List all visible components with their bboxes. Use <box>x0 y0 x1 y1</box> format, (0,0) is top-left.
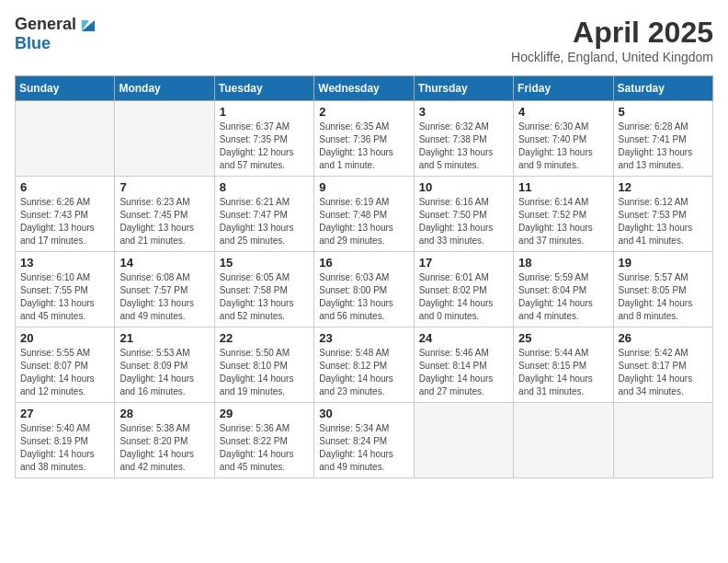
day-cell: 30Sunrise: 5:34 AMSunset: 8:24 PMDayligh… <box>314 403 414 478</box>
day-cell: 12Sunrise: 6:12 AMSunset: 7:53 PMDayligh… <box>613 177 712 252</box>
day-info: Sunrise: 5:42 AMSunset: 8:17 PMDaylight:… <box>619 347 708 398</box>
day-cell: 25Sunrise: 5:44 AMSunset: 8:15 PMDayligh… <box>514 327 613 403</box>
day-number: 4 <box>518 105 608 119</box>
day-number: 14 <box>119 256 209 270</box>
day-info: Sunrise: 6:08 AMSunset: 7:57 PMDaylight:… <box>119 271 209 323</box>
week-row-1: 1Sunrise: 6:37 AMSunset: 7:35 PMDaylight… <box>16 101 713 177</box>
day-number: 20 <box>20 331 109 345</box>
day-number: 18 <box>518 256 608 270</box>
week-row-4: 20Sunrise: 5:55 AMSunset: 8:07 PMDayligh… <box>16 327 713 403</box>
day-cell: 10Sunrise: 6:16 AMSunset: 7:50 PMDayligh… <box>414 177 513 252</box>
logo-text-general: General <box>15 16 76 34</box>
day-cell: 7Sunrise: 6:23 AMSunset: 7:45 PMDaylight… <box>115 177 214 252</box>
day-number: 10 <box>419 180 508 194</box>
day-cell <box>16 101 115 177</box>
day-cell: 3Sunrise: 6:32 AMSunset: 7:38 PMDaylight… <box>414 101 513 177</box>
day-info: Sunrise: 6:32 AMSunset: 7:38 PMDaylight:… <box>419 121 508 172</box>
day-info: Sunrise: 5:55 AMSunset: 8:07 PMDaylight:… <box>20 347 109 398</box>
day-info: Sunrise: 6:03 AMSunset: 8:00 PMDaylight:… <box>319 271 408 323</box>
page-header: General Blue April 2025 Hockliffe, Engla… <box>15 15 713 64</box>
day-cell: 23Sunrise: 5:48 AMSunset: 8:12 PMDayligh… <box>314 327 414 403</box>
logo: General Blue <box>15 15 98 53</box>
day-info: Sunrise: 5:44 AMSunset: 8:15 PMDaylight:… <box>518 347 608 398</box>
day-info: Sunrise: 6:05 AMSunset: 7:58 PMDaylight:… <box>220 271 309 323</box>
day-number: 5 <box>619 105 708 119</box>
weekday-row: SundayMondayTuesdayWednesdayThursdayFrid… <box>16 76 713 101</box>
day-cell: 5Sunrise: 6:28 AMSunset: 7:41 PMDaylight… <box>613 101 712 177</box>
day-info: Sunrise: 6:10 AMSunset: 7:55 PMDaylight:… <box>20 271 109 323</box>
calendar-header: SundayMondayTuesdayWednesdayThursdayFrid… <box>16 76 713 101</box>
weekday-header-sunday: Sunday <box>16 76 115 101</box>
day-cell: 27Sunrise: 5:40 AMSunset: 8:19 PMDayligh… <box>16 403 115 478</box>
logo-triangle-icon <box>78 15 98 35</box>
day-info: Sunrise: 5:34 AMSunset: 8:24 PMDaylight:… <box>319 422 408 474</box>
day-cell: 24Sunrise: 5:46 AMSunset: 8:14 PMDayligh… <box>414 327 513 403</box>
day-info: Sunrise: 5:59 AMSunset: 8:04 PMDaylight:… <box>518 271 608 323</box>
day-number: 15 <box>220 256 309 270</box>
day-info: Sunrise: 6:01 AMSunset: 8:02 PMDaylight:… <box>419 271 508 323</box>
title-block: April 2025 Hockliffe, England, United Ki… <box>511 15 713 64</box>
day-cell: 16Sunrise: 6:03 AMSunset: 8:00 PMDayligh… <box>314 252 414 327</box>
weekday-header-wednesday: Wednesday <box>314 76 414 101</box>
day-number: 17 <box>419 256 508 270</box>
day-number: 26 <box>619 331 708 345</box>
day-number: 24 <box>419 331 508 345</box>
day-cell: 26Sunrise: 5:42 AMSunset: 8:17 PMDayligh… <box>613 327 712 403</box>
day-cell: 19Sunrise: 5:57 AMSunset: 8:05 PMDayligh… <box>613 252 712 327</box>
day-cell: 2Sunrise: 6:35 AMSunset: 7:36 PMDaylight… <box>314 101 414 177</box>
day-cell: 17Sunrise: 6:01 AMSunset: 8:02 PMDayligh… <box>414 252 513 327</box>
day-info: Sunrise: 6:21 AMSunset: 7:47 PMDaylight:… <box>220 196 309 247</box>
day-number: 7 <box>119 180 209 194</box>
day-number: 11 <box>518 180 608 194</box>
location: Hockliffe, England, United Kingdom <box>511 50 713 64</box>
day-cell: 8Sunrise: 6:21 AMSunset: 7:47 PMDaylight… <box>214 177 313 252</box>
day-number: 19 <box>619 256 708 270</box>
calendar-body: 1Sunrise: 6:37 AMSunset: 7:35 PMDaylight… <box>16 101 713 478</box>
day-number: 28 <box>119 407 209 420</box>
day-cell: 28Sunrise: 5:38 AMSunset: 8:20 PMDayligh… <box>115 403 214 478</box>
day-info: Sunrise: 6:23 AMSunset: 7:45 PMDaylight:… <box>119 196 209 247</box>
day-info: Sunrise: 6:37 AMSunset: 7:35 PMDaylight:… <box>220 121 309 172</box>
day-info: Sunrise: 6:35 AMSunset: 7:36 PMDaylight:… <box>319 121 408 172</box>
day-info: Sunrise: 5:48 AMSunset: 8:12 PMDaylight:… <box>319 347 408 398</box>
day-info: Sunrise: 6:19 AMSunset: 7:48 PMDaylight:… <box>319 196 408 247</box>
day-number: 22 <box>220 331 309 345</box>
weekday-header-friday: Friday <box>514 76 613 101</box>
day-cell: 21Sunrise: 5:53 AMSunset: 8:09 PMDayligh… <box>115 327 214 403</box>
day-number: 16 <box>319 256 408 270</box>
day-cell: 11Sunrise: 6:14 AMSunset: 7:52 PMDayligh… <box>514 177 613 252</box>
week-row-2: 6Sunrise: 6:26 AMSunset: 7:43 PMDaylight… <box>16 177 713 252</box>
day-number: 27 <box>20 407 109 420</box>
day-number: 3 <box>419 105 508 119</box>
day-cell: 14Sunrise: 6:08 AMSunset: 7:57 PMDayligh… <box>115 252 214 327</box>
day-cell: 29Sunrise: 5:36 AMSunset: 8:22 PMDayligh… <box>214 403 313 478</box>
weekday-header-saturday: Saturday <box>613 76 712 101</box>
day-cell: 1Sunrise: 6:37 AMSunset: 7:35 PMDaylight… <box>214 101 313 177</box>
day-number: 30 <box>319 407 408 420</box>
day-cell: 13Sunrise: 6:10 AMSunset: 7:55 PMDayligh… <box>16 252 115 327</box>
day-number: 13 <box>20 256 109 270</box>
day-info: Sunrise: 6:28 AMSunset: 7:41 PMDaylight:… <box>619 121 708 172</box>
day-number: 1 <box>220 105 309 119</box>
day-info: Sunrise: 5:46 AMSunset: 8:14 PMDaylight:… <box>419 347 508 398</box>
calendar-table: SundayMondayTuesdayWednesdayThursdayFrid… <box>15 75 713 478</box>
day-info: Sunrise: 5:38 AMSunset: 8:20 PMDaylight:… <box>119 422 209 474</box>
day-cell: 4Sunrise: 6:30 AMSunset: 7:40 PMDaylight… <box>514 101 613 177</box>
day-info: Sunrise: 5:57 AMSunset: 8:05 PMDaylight:… <box>619 271 708 323</box>
day-cell: 9Sunrise: 6:19 AMSunset: 7:48 PMDaylight… <box>314 177 414 252</box>
day-cell <box>613 403 712 478</box>
day-number: 2 <box>319 105 408 119</box>
day-info: Sunrise: 6:30 AMSunset: 7:40 PMDaylight:… <box>518 121 608 172</box>
day-info: Sunrise: 5:50 AMSunset: 8:10 PMDaylight:… <box>220 347 309 398</box>
weekday-header-thursday: Thursday <box>414 76 513 101</box>
day-cell: 15Sunrise: 6:05 AMSunset: 7:58 PMDayligh… <box>214 252 313 327</box>
weekday-header-tuesday: Tuesday <box>214 76 313 101</box>
day-number: 12 <box>619 180 708 194</box>
day-number: 25 <box>518 331 608 345</box>
day-cell: 6Sunrise: 6:26 AMSunset: 7:43 PMDaylight… <box>16 177 115 252</box>
month-title: April 2025 <box>511 15 713 50</box>
day-number: 29 <box>220 407 309 420</box>
week-row-3: 13Sunrise: 6:10 AMSunset: 7:55 PMDayligh… <box>16 252 713 327</box>
day-info: Sunrise: 5:40 AMSunset: 8:19 PMDaylight:… <box>20 422 109 474</box>
day-info: Sunrise: 6:26 AMSunset: 7:43 PMDaylight:… <box>20 196 109 247</box>
